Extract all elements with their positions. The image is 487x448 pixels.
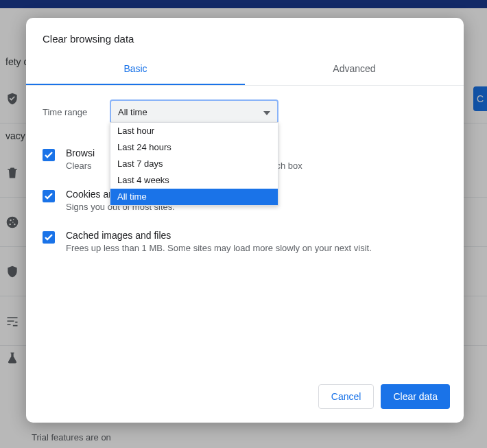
option-cache: Cached images and files Frees up less th… [43, 226, 447, 267]
checkbox-cookies[interactable] [43, 190, 55, 202]
caret-down-icon [263, 107, 270, 117]
dialog-body: Time range All time Last hour Last 24 ho… [26, 86, 464, 376]
option-desc: Frees up less than 1 MB. Some sites may … [66, 242, 372, 255]
option-text: Cached images and files Frees up less th… [66, 230, 372, 255]
time-range-dropdown: Last hour Last 24 hours Last 7 days Last… [110, 122, 278, 206]
tab-basic-label: Basic [123, 63, 147, 74]
clear-data-button[interactable]: Clear data [381, 384, 450, 409]
time-range-option[interactable]: Last hour [110, 123, 278, 139]
dialog-footer: Cancel Clear data [26, 376, 464, 423]
tab-basic[interactable]: Basic [26, 53, 245, 85]
time-range-label: Time range [43, 107, 97, 117]
time-range-selected: All time [118, 107, 147, 117]
time-range-option[interactable]: Last 7 days [110, 156, 278, 172]
time-range-option[interactable]: Last 4 weeks [110, 172, 278, 189]
clear-browsing-data-dialog: Clear browsing data Basic Advanced Time … [26, 18, 464, 423]
desc-left: Clears [66, 161, 92, 171]
option-title: Cached images and files [66, 230, 372, 241]
tabs: Basic Advanced [26, 53, 464, 86]
time-range-row: Time range All time [43, 99, 447, 124]
checkbox-cache[interactable] [43, 231, 55, 244]
clear-data-button-label: Clear data [393, 391, 438, 402]
time-range-option[interactable]: All time [110, 189, 278, 205]
time-range-option[interactable]: Last 24 hours [110, 139, 278, 156]
tab-advanced-label: Advanced [333, 63, 375, 74]
cancel-button[interactable]: Cancel [318, 384, 375, 409]
checkbox-history[interactable] [43, 149, 55, 161]
dialog-title: Clear browsing data [26, 18, 464, 53]
tab-advanced[interactable]: Advanced [245, 53, 464, 85]
cancel-button-label: Cancel [331, 391, 361, 402]
time-range-select[interactable]: All time [110, 99, 278, 124]
